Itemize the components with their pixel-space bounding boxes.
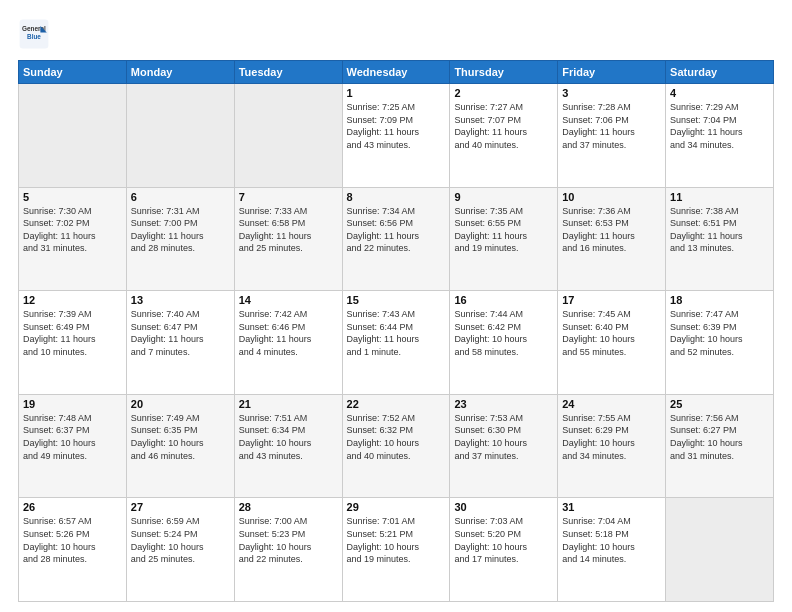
day-number: 15 <box>347 294 446 306</box>
day-cell: 13Sunrise: 7:40 AMSunset: 6:47 PMDayligh… <box>126 291 234 395</box>
day-number: 16 <box>454 294 553 306</box>
week-row-4: 19Sunrise: 7:48 AMSunset: 6:37 PMDayligh… <box>19 394 774 498</box>
day-info: Sunrise: 7:49 AMSunset: 6:35 PMDaylight:… <box>131 412 230 462</box>
week-row-1: 1Sunrise: 7:25 AMSunset: 7:09 PMDaylight… <box>19 84 774 188</box>
day-cell: 15Sunrise: 7:43 AMSunset: 6:44 PMDayligh… <box>342 291 450 395</box>
weekday-header-friday: Friday <box>558 61 666 84</box>
day-number: 6 <box>131 191 230 203</box>
day-info: Sunrise: 7:01 AMSunset: 5:21 PMDaylight:… <box>347 515 446 565</box>
day-info: Sunrise: 7:31 AMSunset: 7:00 PMDaylight:… <box>131 205 230 255</box>
day-cell: 12Sunrise: 7:39 AMSunset: 6:49 PMDayligh… <box>19 291 127 395</box>
day-info: Sunrise: 7:27 AMSunset: 7:07 PMDaylight:… <box>454 101 553 151</box>
weekday-header-wednesday: Wednesday <box>342 61 450 84</box>
weekday-header-thursday: Thursday <box>450 61 558 84</box>
day-number: 24 <box>562 398 661 410</box>
day-number: 25 <box>670 398 769 410</box>
day-cell: 29Sunrise: 7:01 AMSunset: 5:21 PMDayligh… <box>342 498 450 602</box>
day-info: Sunrise: 7:04 AMSunset: 5:18 PMDaylight:… <box>562 515 661 565</box>
day-info: Sunrise: 7:34 AMSunset: 6:56 PMDaylight:… <box>347 205 446 255</box>
day-info: Sunrise: 7:28 AMSunset: 7:06 PMDaylight:… <box>562 101 661 151</box>
day-number: 21 <box>239 398 338 410</box>
day-cell: 2Sunrise: 7:27 AMSunset: 7:07 PMDaylight… <box>450 84 558 188</box>
day-number: 7 <box>239 191 338 203</box>
day-number: 30 <box>454 501 553 513</box>
day-info: Sunrise: 7:45 AMSunset: 6:40 PMDaylight:… <box>562 308 661 358</box>
day-cell: 3Sunrise: 7:28 AMSunset: 7:06 PMDaylight… <box>558 84 666 188</box>
week-row-2: 5Sunrise: 7:30 AMSunset: 7:02 PMDaylight… <box>19 187 774 291</box>
day-info: Sunrise: 6:57 AMSunset: 5:26 PMDaylight:… <box>23 515 122 565</box>
day-info: Sunrise: 7:43 AMSunset: 6:44 PMDaylight:… <box>347 308 446 358</box>
day-number: 27 <box>131 501 230 513</box>
day-cell: 27Sunrise: 6:59 AMSunset: 5:24 PMDayligh… <box>126 498 234 602</box>
day-cell: 4Sunrise: 7:29 AMSunset: 7:04 PMDaylight… <box>666 84 774 188</box>
day-cell: 14Sunrise: 7:42 AMSunset: 6:46 PMDayligh… <box>234 291 342 395</box>
svg-text:Blue: Blue <box>27 33 41 40</box>
day-info: Sunrise: 7:52 AMSunset: 6:32 PMDaylight:… <box>347 412 446 462</box>
day-number: 22 <box>347 398 446 410</box>
day-info: Sunrise: 7:38 AMSunset: 6:51 PMDaylight:… <box>670 205 769 255</box>
day-cell: 6Sunrise: 7:31 AMSunset: 7:00 PMDaylight… <box>126 187 234 291</box>
day-cell: 28Sunrise: 7:00 AMSunset: 5:23 PMDayligh… <box>234 498 342 602</box>
weekday-header-tuesday: Tuesday <box>234 61 342 84</box>
day-number: 8 <box>347 191 446 203</box>
header: General Blue <box>18 18 774 50</box>
day-cell: 23Sunrise: 7:53 AMSunset: 6:30 PMDayligh… <box>450 394 558 498</box>
day-cell: 9Sunrise: 7:35 AMSunset: 6:55 PMDaylight… <box>450 187 558 291</box>
day-number: 18 <box>670 294 769 306</box>
day-cell: 24Sunrise: 7:55 AMSunset: 6:29 PMDayligh… <box>558 394 666 498</box>
day-info: Sunrise: 7:51 AMSunset: 6:34 PMDaylight:… <box>239 412 338 462</box>
day-number: 12 <box>23 294 122 306</box>
day-info: Sunrise: 7:53 AMSunset: 6:30 PMDaylight:… <box>454 412 553 462</box>
page: General Blue SundayMondayTuesdayWednesda… <box>0 0 792 612</box>
day-info: Sunrise: 7:42 AMSunset: 6:46 PMDaylight:… <box>239 308 338 358</box>
day-info: Sunrise: 7:36 AMSunset: 6:53 PMDaylight:… <box>562 205 661 255</box>
day-number: 2 <box>454 87 553 99</box>
logo-icon: General Blue <box>18 18 50 50</box>
day-number: 28 <box>239 501 338 513</box>
weekday-header-saturday: Saturday <box>666 61 774 84</box>
day-info: Sunrise: 7:00 AMSunset: 5:23 PMDaylight:… <box>239 515 338 565</box>
day-number: 19 <box>23 398 122 410</box>
day-cell: 5Sunrise: 7:30 AMSunset: 7:02 PMDaylight… <box>19 187 127 291</box>
day-info: Sunrise: 7:56 AMSunset: 6:27 PMDaylight:… <box>670 412 769 462</box>
week-row-3: 12Sunrise: 7:39 AMSunset: 6:49 PMDayligh… <box>19 291 774 395</box>
day-info: Sunrise: 7:40 AMSunset: 6:47 PMDaylight:… <box>131 308 230 358</box>
day-cell: 22Sunrise: 7:52 AMSunset: 6:32 PMDayligh… <box>342 394 450 498</box>
day-cell <box>19 84 127 188</box>
day-number: 20 <box>131 398 230 410</box>
day-info: Sunrise: 7:39 AMSunset: 6:49 PMDaylight:… <box>23 308 122 358</box>
day-number: 10 <box>562 191 661 203</box>
logo: General Blue <box>18 18 54 50</box>
day-cell: 16Sunrise: 7:44 AMSunset: 6:42 PMDayligh… <box>450 291 558 395</box>
day-number: 11 <box>670 191 769 203</box>
day-info: Sunrise: 7:44 AMSunset: 6:42 PMDaylight:… <box>454 308 553 358</box>
day-cell: 7Sunrise: 7:33 AMSunset: 6:58 PMDaylight… <box>234 187 342 291</box>
weekday-header-sunday: Sunday <box>19 61 127 84</box>
day-cell: 26Sunrise: 6:57 AMSunset: 5:26 PMDayligh… <box>19 498 127 602</box>
day-number: 13 <box>131 294 230 306</box>
day-number: 17 <box>562 294 661 306</box>
day-info: Sunrise: 7:35 AMSunset: 6:55 PMDaylight:… <box>454 205 553 255</box>
day-number: 23 <box>454 398 553 410</box>
day-number: 9 <box>454 191 553 203</box>
day-number: 4 <box>670 87 769 99</box>
day-info: Sunrise: 7:03 AMSunset: 5:20 PMDaylight:… <box>454 515 553 565</box>
day-cell: 25Sunrise: 7:56 AMSunset: 6:27 PMDayligh… <box>666 394 774 498</box>
weekday-header-row: SundayMondayTuesdayWednesdayThursdayFrid… <box>19 61 774 84</box>
day-info: Sunrise: 7:25 AMSunset: 7:09 PMDaylight:… <box>347 101 446 151</box>
day-info: Sunrise: 7:48 AMSunset: 6:37 PMDaylight:… <box>23 412 122 462</box>
day-number: 3 <box>562 87 661 99</box>
day-number: 26 <box>23 501 122 513</box>
day-cell: 21Sunrise: 7:51 AMSunset: 6:34 PMDayligh… <box>234 394 342 498</box>
day-number: 29 <box>347 501 446 513</box>
day-cell: 30Sunrise: 7:03 AMSunset: 5:20 PMDayligh… <box>450 498 558 602</box>
day-info: Sunrise: 7:33 AMSunset: 6:58 PMDaylight:… <box>239 205 338 255</box>
day-cell: 17Sunrise: 7:45 AMSunset: 6:40 PMDayligh… <box>558 291 666 395</box>
day-cell: 19Sunrise: 7:48 AMSunset: 6:37 PMDayligh… <box>19 394 127 498</box>
day-info: Sunrise: 7:30 AMSunset: 7:02 PMDaylight:… <box>23 205 122 255</box>
day-cell: 11Sunrise: 7:38 AMSunset: 6:51 PMDayligh… <box>666 187 774 291</box>
day-number: 31 <box>562 501 661 513</box>
day-cell: 8Sunrise: 7:34 AMSunset: 6:56 PMDaylight… <box>342 187 450 291</box>
calendar-table: SundayMondayTuesdayWednesdayThursdayFrid… <box>18 60 774 602</box>
weekday-header-monday: Monday <box>126 61 234 84</box>
